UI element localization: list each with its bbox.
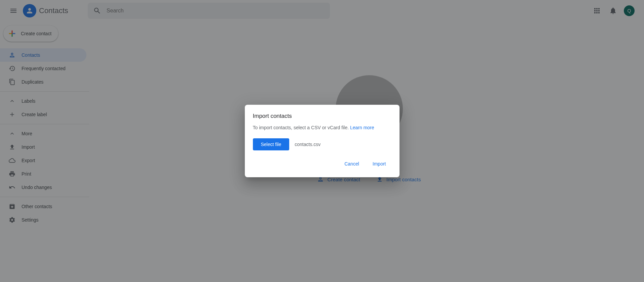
dialog-body-text: To import contacts, select a CSV or vCar… — [253, 125, 350, 130]
learn-more-link[interactable]: Learn more — [350, 125, 374, 130]
select-file-button[interactable]: Select file — [253, 138, 290, 150]
cancel-button[interactable]: Cancel — [339, 158, 365, 169]
selected-file-name: contacts.csv — [295, 142, 320, 147]
dialog-title: Import contacts — [253, 113, 391, 120]
import-button[interactable]: Import — [367, 158, 391, 169]
modal-overlay[interactable]: Import contacts To import contacts, sele… — [0, 0, 644, 282]
file-select-row: Select file contacts.csv — [253, 138, 391, 150]
dialog-body: To import contacts, select a CSV or vCar… — [253, 125, 391, 130]
dialog-actions: Cancel Import — [253, 158, 391, 169]
import-contacts-dialog: Import contacts To import contacts, sele… — [245, 105, 400, 177]
